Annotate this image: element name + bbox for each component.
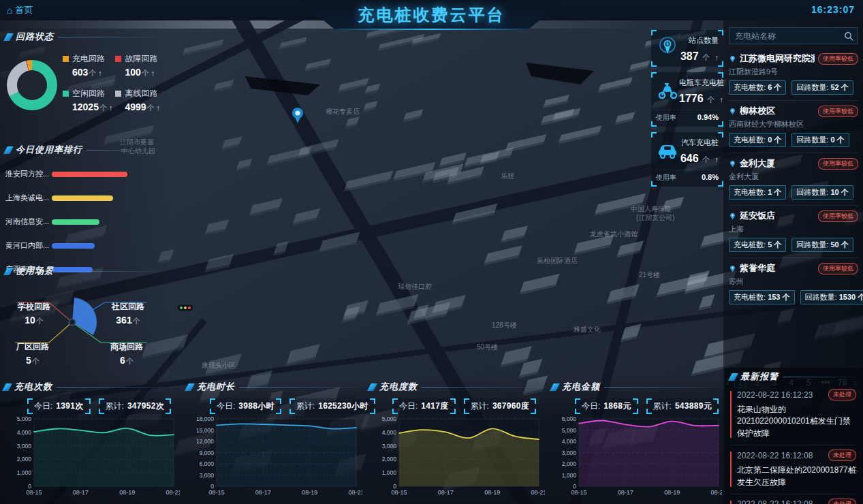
map-place-label: 龙虎雀武小酒馆 [590, 230, 638, 238]
legend-value: 12025 [72, 101, 99, 112]
ranking-row: 上海奂诚电... [5, 193, 159, 203]
panel-title: 今日使用率排行 [16, 144, 82, 156]
legend-swatch [63, 91, 69, 97]
map-pin-icon [729, 212, 736, 220]
svg-text:4,000: 4,000 [382, 429, 397, 436]
svg-text:08-21: 08-21 [710, 489, 722, 496]
circuit-count-chip: 回路数量: 0 个 [791, 133, 849, 147]
svg-text:1,000: 1,000 [382, 469, 397, 476]
charge-duration-line-chart: 03,0006,0009,00012,00015,00018,00008-150… [187, 415, 362, 497]
ranking-bar [52, 172, 127, 177]
section-slash-icon [3, 146, 14, 154]
station-list-item[interactable]: 延安饭店 使用率较低 上海 充电桩数: 5 个 回路数量: 50 个 [729, 206, 858, 258]
usage-rate-label: 使用率 [656, 113, 676, 123]
location-pin-icon [656, 35, 679, 59]
low-usage-badge: 使用率较低 [818, 53, 858, 65]
stat-label: 汽车充电桩 [679, 138, 719, 148]
svg-text:08-15: 08-15 [26, 489, 42, 496]
alarm-item[interactable]: 2022-08-22 16:12:08未处理 北京第二保障处的202000187… [730, 494, 856, 504]
alarm-item[interactable]: 2022-08-22 16:12:08未处理 北京第二保障处的202000187… [730, 445, 856, 494]
svg-text:08-19: 08-19 [664, 489, 680, 496]
ranking-row: 淮安同方控... [5, 169, 159, 179]
alarm-item[interactable]: 2022-08-22 16:12:23未处理 花果山物业的20210220000… [730, 385, 856, 445]
map-place-label: 50号楼 [477, 343, 498, 351]
section-slash-icon [2, 383, 12, 391]
scene-label-community: 社区回路 361个 [102, 301, 154, 326]
stat-label: 站点数量 [679, 35, 719, 46]
station-address: 金利大厦 [729, 172, 858, 182]
ranking-bar [52, 219, 99, 225]
legend-item: 充电回路 603个↑ [63, 53, 112, 78]
svg-text:5,000: 5,000 [562, 427, 577, 434]
stat-value: 1776 [679, 93, 704, 104]
station-name: 延安饭店 [740, 210, 815, 222]
pile-count-chip: 充电桩数: 0 个 [729, 133, 786, 147]
ranking-bar [52, 243, 95, 249]
svg-text:3,000: 3,000 [562, 450, 577, 456]
usage-rate-value: 0.94% [697, 113, 719, 123]
station-list-item[interactable]: 紫誉华庭 使用率较低 苏州 充电桩数: 153 个 回路数量: 1530 个 [729, 258, 858, 310]
ranking-label: 黄河口内部... [5, 240, 52, 251]
station-address: 西南财经大学柳林校区 [729, 119, 858, 129]
scooter-icon [656, 78, 679, 101]
charge-amount-line-chart: 01,0002,0003,0004,0005,0006,00008-1508-1… [552, 415, 722, 497]
today-stat: 今日:1391次 [27, 398, 91, 414]
legend-value: 4999 [125, 101, 146, 112]
map-place-label: (江阴支公司) [636, 214, 675, 221]
today-stat: 今日:1417度 [392, 398, 456, 414]
svg-text:08-19: 08-19 [302, 489, 317, 496]
panel-title: 充电度数 [379, 381, 418, 393]
map-place-label: 瑞信佳口腔 [398, 283, 432, 290]
map-place-label: 乐想 [501, 172, 514, 180]
svg-text:1,000: 1,000 [562, 472, 577, 479]
map-place-label: 中国人寿保险 [631, 205, 672, 212]
legend-label: 离线回路 [125, 88, 157, 99]
station-list-item[interactable]: 柳林校区 使用率较低 西南财经大学柳林校区 充电桩数: 0 个 回路数量: 0 … [729, 101, 858, 153]
circuit-donut-chart [7, 60, 57, 110]
svg-text:08-21: 08-21 [531, 489, 545, 496]
legend-item: 故障回路 100个↑ [115, 53, 160, 78]
panel-latest-alarms: 最新报警 2022-08-22 16:12:23未处理 花果山物业的202102… [725, 368, 863, 504]
map-place-label: 128号楼 [492, 321, 517, 329]
svg-text:15,000: 15,000 [196, 427, 214, 434]
station-list-item[interactable]: 江苏微电网研究院测试 使用率较低 江阴新澄路9号 充电桩数: 6 个 回路数量:… [729, 48, 858, 101]
svg-text:2,000: 2,000 [382, 456, 397, 462]
station-name: 金利大厦 [740, 157, 815, 170]
search-input[interactable] [729, 28, 858, 44]
panel-charge-amount: 充电金额 今日:1868元 累计:543889元 01,0002,0003,00… [552, 381, 722, 503]
stat-ebike-piles: 电瓶车充电桩 1776 个 ↑ 使用率0.94% [651, 72, 723, 127]
panel-title: 回路状态 [16, 31, 54, 43]
legend-swatch [63, 56, 69, 62]
map-place-label: 吴柏国际酒店 [537, 257, 578, 264]
legend-unit: 个 [89, 69, 96, 77]
section-slash-icon [367, 383, 377, 391]
pile-count-chip: 充电桩数: 5 个 [729, 238, 786, 252]
unhandled-badge: 未处理 [828, 499, 856, 504]
panel-title: 充电次数 [14, 381, 52, 393]
legend-item: 空闲回路 12025个↑ [63, 88, 112, 113]
total-stat: 累计:543889元 [646, 398, 719, 414]
station-list-item[interactable]: 金利大厦 使用率较低 金利大厦 充电桩数: 1 个 回路数量: 10 个 [729, 153, 858, 206]
low-usage-badge: 使用率较低 [818, 210, 858, 222]
map-pin-icon [729, 265, 736, 272]
panel-charge-duration: 充电时长 今日:3988小时 累计:1625230小时 03,0006,0009… [187, 381, 362, 503]
up-arrow-icon: ↑ [109, 104, 113, 112]
panel-charge-kwh: 充电度数 今日:1417度 累计:367960度 01,0002,0003,00… [369, 381, 545, 503]
panel-title: 使用场景 [16, 265, 54, 277]
home-button[interactable]: ⌂ 首页 [7, 4, 33, 16]
scene-label-factory: 厂区回路 5个 [7, 341, 59, 366]
svg-text:1,000: 1,000 [17, 469, 32, 476]
ranking-row: 黄河口内部... [5, 240, 159, 251]
svg-text:08-21: 08-21 [348, 489, 362, 496]
up-arrow-icon: ↑ [715, 155, 719, 163]
charge-kwh-line-chart: 01,0002,0003,0004,0005,00008-1508-1708-1… [369, 415, 545, 497]
circuit-count-chip: 回路数量: 50 个 [791, 238, 853, 252]
panel-title: 最新报警 [740, 371, 779, 383]
alarm-message: 北京第二保障处的2020001877桩发生欠压故障 [737, 464, 856, 488]
search-icon[interactable] [844, 31, 853, 41]
section-line [58, 37, 159, 37]
section-line [422, 387, 545, 388]
station-address: 苏州 [729, 277, 858, 287]
svg-text:2,000: 2,000 [17, 456, 32, 462]
section-line [604, 387, 722, 388]
